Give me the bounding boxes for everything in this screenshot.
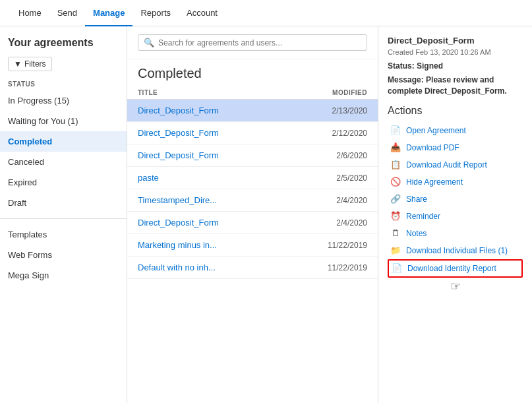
doc-title: Direct_Deposit_Form xyxy=(388,36,523,46)
sidebar-item-webforms[interactable]: Web Forms xyxy=(0,245,127,265)
action-label: Hide Agreement xyxy=(406,177,463,187)
right-panel: Direct_Deposit_Form Created Feb 13, 2020… xyxy=(378,26,532,403)
row-title: paste xyxy=(138,173,159,183)
action-icon: 📥 xyxy=(390,142,401,153)
list-row[interactable]: Default with no inh...11/22/2019 xyxy=(127,257,378,279)
nav-reports[interactable]: Reports xyxy=(133,0,179,26)
col-title-label: TITLE xyxy=(138,89,158,96)
list-row[interactable]: Direct_Deposit_Form2/13/2020 xyxy=(127,100,378,122)
row-title: Direct_Deposit_Form xyxy=(138,106,219,115)
status-section-label: STATUS xyxy=(0,77,127,90)
main-container: Your agreements ▼ Filters STATUS In Prog… xyxy=(0,26,532,403)
sidebar-item-draft[interactable]: Draft xyxy=(0,193,127,213)
sidebar-item-templates[interactable]: Templates xyxy=(0,224,127,245)
action-item-download-pdf[interactable]: 📥Download PDF xyxy=(388,139,523,156)
action-icon: 🔗 xyxy=(390,194,401,204)
sidebar: Your agreements ▼ Filters STATUS In Prog… xyxy=(0,26,127,403)
top-nav: Home Send Manage Reports Account xyxy=(0,0,532,26)
row-title: Direct_Deposit_Form xyxy=(138,150,219,160)
your-agreements-title: Your agreements xyxy=(8,37,94,49)
doc-status: Status: Signed xyxy=(388,61,523,71)
action-label: Reminder xyxy=(406,212,440,221)
action-label: Open Agreement xyxy=(406,126,466,135)
action-icon: ⏰ xyxy=(390,211,401,222)
list-row[interactable]: Direct_Deposit_Form2/4/2020 xyxy=(127,212,378,234)
sidebar-item-canceled[interactable]: Canceled xyxy=(0,152,127,172)
col-modified-label: MODIFIED xyxy=(332,89,367,96)
action-item-reminder[interactable]: ⏰Reminder xyxy=(388,208,523,225)
action-icon: 📄 xyxy=(390,125,401,136)
search-input[interactable] xyxy=(158,38,361,47)
row-modified: 2/12/2020 xyxy=(332,129,367,138)
action-label: Download Identity Report xyxy=(407,264,496,273)
list-columns: TITLE MODIFIED xyxy=(127,89,378,100)
row-modified: 11/22/2019 xyxy=(328,263,367,272)
row-title: Direct_Deposit_Form xyxy=(138,218,219,228)
row-modified: 2/4/2020 xyxy=(336,218,367,228)
action-label: Share xyxy=(406,195,427,204)
nav-account[interactable]: Account xyxy=(179,0,225,26)
search-bar-row: 🔍 xyxy=(127,26,378,59)
list-row[interactable]: Timestamped_Dire...2/4/2020 xyxy=(127,189,378,212)
action-item-hide-agreement[interactable]: 🚫Hide Agreement xyxy=(388,173,523,191)
action-icon: 📄 xyxy=(392,263,402,274)
nav-send[interactable]: Send xyxy=(49,0,85,26)
content-area: 🔍 Completed TITLE MODIFIED Direct_Deposi… xyxy=(127,26,378,403)
doc-created: Created Feb 13, 2020 10:26 AM xyxy=(388,48,523,56)
row-modified: 2/13/2020 xyxy=(332,106,367,115)
sidebar-item-waiting[interactable]: Waiting for You (1) xyxy=(0,111,127,131)
row-title: Direct_Deposit_Form xyxy=(138,128,219,138)
row-title: Marketing minus in... xyxy=(138,240,217,250)
doc-message: Message: Please review and complete Dire… xyxy=(388,75,523,97)
row-title: Default with no inh... xyxy=(138,263,216,272)
action-label: Download Audit Report xyxy=(406,160,487,170)
filters-button[interactable]: ▼ Filters xyxy=(8,57,52,71)
action-icon: 📋 xyxy=(390,160,401,170)
your-agreements-header: Your agreements xyxy=(0,37,127,57)
row-modified: 2/4/2020 xyxy=(336,196,367,205)
action-item-share[interactable]: 🔗Share xyxy=(388,191,523,208)
actions-title: Actions xyxy=(388,105,523,117)
sidebar-item-inprogress[interactable]: In Progress (15) xyxy=(0,90,127,111)
action-item-download-identity-report[interactable]: 📄Download Identity Report xyxy=(388,259,523,278)
action-icon: 🗒 xyxy=(390,228,401,239)
nav-home[interactable]: Home xyxy=(11,0,49,26)
action-label: Download Individual Files (1) xyxy=(406,246,508,255)
action-label: Notes xyxy=(406,229,427,238)
list-row[interactable]: paste2/5/2020 xyxy=(127,167,378,189)
search-icon: 🔍 xyxy=(144,38,154,47)
sidebar-item-completed[interactable]: Completed xyxy=(0,131,127,152)
list-row[interactable]: Marketing minus in...11/22/2019 xyxy=(127,234,378,257)
search-input-wrap[interactable]: 🔍 xyxy=(138,34,367,51)
action-icon: 📁 xyxy=(390,245,401,256)
actions-list: 📄Open Agreement📥Download PDF📋Download Au… xyxy=(388,122,523,294)
row-modified: 2/5/2020 xyxy=(336,173,367,183)
action-item-download-audit-report[interactable]: 📋Download Audit Report xyxy=(388,156,523,173)
action-item-download-individual-files-1[interactable]: 📁Download Individual Files (1) xyxy=(388,242,523,259)
list-items: Direct_Deposit_Form2/13/2020Direct_Depos… xyxy=(127,100,378,403)
cursor-pointer: ☞ xyxy=(388,279,523,294)
nav-manage[interactable]: Manage xyxy=(85,0,133,26)
action-item-notes[interactable]: 🗒Notes xyxy=(388,225,523,242)
sidebar-item-expired[interactable]: Expired xyxy=(0,172,127,193)
row-title: Timestamped_Dire... xyxy=(138,195,217,205)
row-modified: 2/6/2020 xyxy=(336,151,367,160)
row-modified: 11/22/2019 xyxy=(328,241,367,250)
action-label: Download PDF xyxy=(406,143,459,152)
action-icon: 🚫 xyxy=(390,177,401,187)
filter-icon: ▼ xyxy=(14,59,22,69)
list-row[interactable]: Direct_Deposit_Form2/12/2020 xyxy=(127,122,378,144)
sidebar-divider xyxy=(0,218,127,219)
list-row[interactable]: Direct_Deposit_Form2/6/2020 xyxy=(127,144,378,167)
sidebar-item-megasign[interactable]: Mega Sign xyxy=(0,265,127,286)
list-header: Completed xyxy=(127,59,378,89)
list-title: Completed xyxy=(138,66,367,81)
action-item-open-agreement[interactable]: 📄Open Agreement xyxy=(388,122,523,139)
